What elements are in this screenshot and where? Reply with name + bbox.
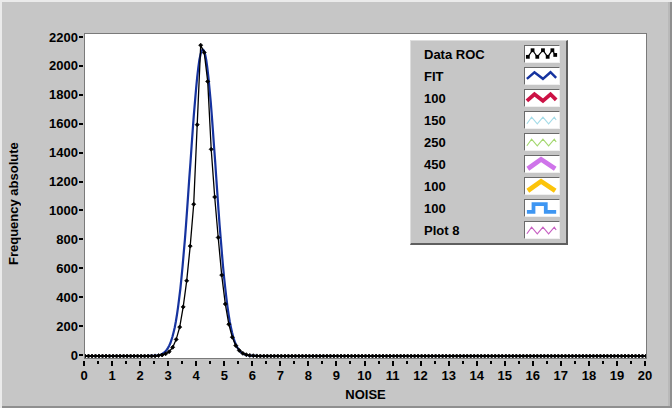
y-tick-label: 1600 [26,117,78,130]
x-tick-mark [448,361,450,366]
legend-item-250[interactable]: 250 [411,131,566,153]
legend-item-fit[interactable]: FIT [411,65,566,87]
x-minor-tick-mark [209,361,211,364]
legend-swatch[interactable] [524,133,560,151]
x-tick-label: 18 [574,369,604,382]
x-tick-mark [83,361,85,366]
y-tick-label: 2000 [26,59,78,72]
legend-swatch[interactable] [524,111,560,129]
x-tick-label: 1 [97,369,127,382]
x-tick-mark [195,361,197,366]
y-tick-mark [79,123,83,125]
legend-swatch[interactable] [524,221,560,239]
legend-swatch[interactable] [524,199,560,217]
y-tick-mark [79,181,83,183]
x-tick-label: 0 [69,369,99,382]
x-minor-tick-mark [518,361,520,364]
x-tick-label: 12 [406,369,436,382]
y-tick-label: 400 [26,291,78,304]
x-tick-label: 6 [237,369,267,382]
x-tick-mark [111,361,113,366]
x-tick-label: 19 [602,369,632,382]
x-minor-tick-mark [265,361,267,364]
x-tick-label: 15 [490,369,520,382]
y-tick-mark [79,94,83,96]
x-minor-tick-mark [490,361,492,364]
y-tick-label: 600 [26,262,78,275]
y-axis-title: Frequency absolute [6,138,22,270]
x-tick-mark [532,361,534,366]
x-minor-tick-mark [321,361,323,364]
x-minor-tick-mark [293,361,295,364]
legend-item-150[interactable]: 150 [411,109,566,131]
x-minor-tick-mark [406,361,408,364]
x-minor-tick-mark [574,361,576,364]
x-minor-tick-mark [434,361,436,364]
y-tick-mark [79,296,83,298]
legend-item-data-roc[interactable]: Data ROC [411,43,566,65]
y-tick-mark [79,238,83,240]
legend-label: 100 [424,201,524,216]
x-tick-mark [307,361,309,366]
x-tick-mark [504,361,506,366]
legend-label: FIT [424,69,524,84]
x-tick-mark [279,361,281,366]
legend-swatch[interactable] [524,45,560,63]
legend-label: Plot 8 [424,223,524,238]
y-tick-label: 1400 [26,146,78,159]
x-minor-tick-mark [153,361,155,364]
legend-label: 150 [424,113,524,128]
x-axis-title: NOISE [84,387,647,402]
x-tick-label: 8 [293,369,323,382]
legend-item-450[interactable]: 450 [411,153,566,175]
x-tick-label: 13 [434,369,464,382]
x-minor-tick-mark [181,361,183,364]
legend-label: 450 [424,157,524,172]
x-tick-label: 17 [546,369,576,382]
x-minor-tick-mark [630,361,632,364]
x-tick-mark [616,361,618,366]
x-tick-mark [364,361,366,366]
y-tick-label: 0 [26,349,78,362]
y-tick-label: 1200 [26,175,78,188]
x-tick-label: 3 [153,369,183,382]
y-tick-mark [79,325,83,327]
legend-swatch[interactable] [524,177,560,195]
x-tick-label: 5 [209,369,239,382]
y-tick-label: 2200 [26,31,78,44]
x-minor-tick-mark [125,361,127,364]
legend-swatch[interactable] [524,89,560,107]
x-tick-mark [420,361,422,366]
x-tick-mark [560,361,562,366]
y-tick-mark [79,209,83,211]
x-tick-label: 4 [181,369,211,382]
legend-item-100[interactable]: 100 [411,87,566,109]
y-tick-label: 200 [26,320,78,333]
x-tick-mark [476,361,478,366]
x-minor-tick-mark [97,361,99,364]
x-tick-mark [588,361,590,366]
legend-swatch[interactable] [524,155,560,173]
y-tick-label: 1000 [26,204,78,217]
x-minor-tick-mark [378,361,380,364]
y-tick-mark [79,152,83,154]
x-minor-tick-mark [546,361,548,364]
legend-label: Data ROC [424,47,524,62]
x-minor-tick-mark [462,361,464,364]
x-tick-mark [139,361,141,366]
x-tick-label: 2 [125,369,155,382]
legend-label: 250 [424,135,524,150]
x-tick-label: 14 [462,369,492,382]
x-tick-mark [167,361,169,366]
x-tick-mark [392,361,394,366]
y-tick-mark [79,354,83,356]
legend-item-100[interactable]: 100 [411,175,566,197]
x-tick-label: 9 [321,369,351,382]
x-minor-tick-mark [237,361,239,364]
legend-swatch[interactable] [524,67,560,85]
x-tick-mark [335,361,337,366]
x-tick-label: 20 [630,369,660,382]
x-tick-label: 16 [518,369,548,382]
legend-item-100[interactable]: 100 [411,197,566,219]
legend-item-plot-8[interactable]: Plot 8 [411,219,566,241]
